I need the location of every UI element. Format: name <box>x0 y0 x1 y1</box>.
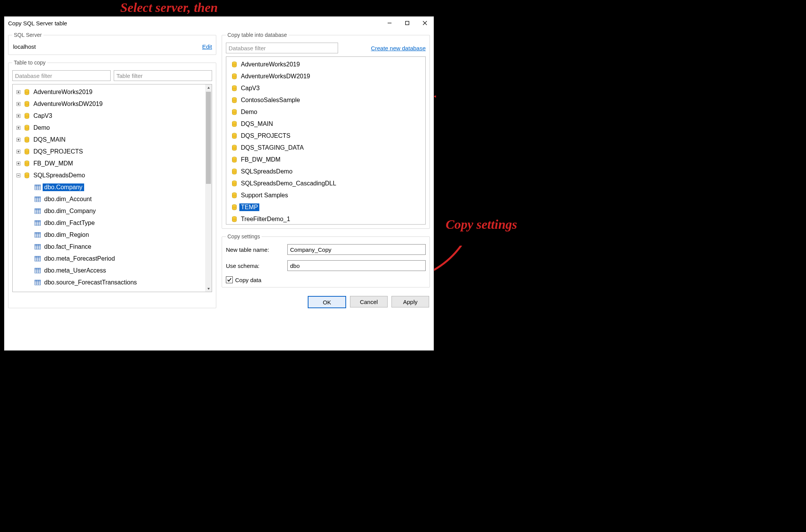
minimize-button[interactable] <box>381 17 398 29</box>
table-icon <box>34 279 41 286</box>
dest-db-node[interactable]: TreeFilterDemo_1 <box>227 213 425 225</box>
database-icon <box>231 180 238 187</box>
dest-db-node[interactable]: AdventureWorks2019 <box>227 58 425 70</box>
scroll-up-button[interactable] <box>205 84 212 91</box>
close-button[interactable] <box>416 17 434 29</box>
source-db-node[interactable]: AdventureWorksDW2019 <box>13 98 204 110</box>
apply-button[interactable]: Apply <box>391 296 429 307</box>
dest-db-node[interactable]: DQS_PROJECTS <box>227 130 425 142</box>
source-tree: AdventureWorks2019AdventureWorksDW2019Ca… <box>12 84 212 292</box>
expand-icon[interactable] <box>16 113 21 119</box>
title-bar[interactable]: Copy SQL Server table <box>4 17 434 30</box>
svg-rect-5 <box>406 21 409 25</box>
table-label: dbo.Company <box>43 183 84 191</box>
dest-db-node[interactable]: TEMP <box>227 201 425 213</box>
source-db-node[interactable]: CapV3 <box>13 110 204 122</box>
db-label: DQS_STAGING_DATA <box>239 144 305 152</box>
copy-into-group: Copy table into database Create new data… <box>222 32 430 229</box>
dest-db-node[interactable]: Demo <box>227 106 425 118</box>
database-icon <box>231 204 238 211</box>
source-table-node[interactable]: dbo.dim_Account <box>13 193 204 205</box>
db-label: SQLSpreadsDemo_CascadingDLL <box>239 180 338 187</box>
source-db-node[interactable]: FB_DW_MDM <box>13 157 204 169</box>
dest-db-node[interactable]: SQLSpreadsDemo_CascadingDLL <box>227 177 425 189</box>
source-table-node[interactable]: dbo.source_ForecastTransactions <box>13 276 204 288</box>
database-icon <box>23 124 30 131</box>
source-db-node[interactable]: DQS_MAIN <box>13 134 204 145</box>
dest-db-node[interactable]: AdventureWorksDW2019 <box>227 70 425 82</box>
source-db-node[interactable]: DQS_PROJECTS <box>13 145 204 157</box>
table-icon <box>34 208 41 215</box>
dest-db-node[interactable]: Support Samples <box>227 189 425 201</box>
source-db-node[interactable]: SQLSpreadsDemo <box>13 169 204 181</box>
create-database-link[interactable]: Create new database <box>371 45 426 51</box>
table-icon <box>34 243 41 250</box>
dest-db-node[interactable]: DQS_MAIN <box>227 118 425 130</box>
scrollbar[interactable] <box>205 84 212 292</box>
expand-icon[interactable] <box>16 149 21 154</box>
dest-db-node[interactable]: DQS_STAGING_DATA <box>227 142 425 154</box>
source-table-node[interactable]: dbo.Company <box>13 181 204 193</box>
ok-button[interactable]: OK <box>308 296 346 308</box>
db-label: DQS_PROJECTS <box>239 132 292 140</box>
expand-icon[interactable] <box>16 89 21 95</box>
copy-data-checkbox[interactable]: Copy data <box>226 276 426 283</box>
db-label: Support Samples <box>239 192 290 199</box>
source-table-node[interactable]: dbo.dim_Company <box>13 205 204 217</box>
source-table-node[interactable]: dbo.dim_Region <box>13 229 204 241</box>
source-table-node[interactable]: dbo.meta_ForecastPeriod <box>13 253 204 264</box>
database-icon <box>23 112 30 119</box>
expand-icon[interactable] <box>16 161 21 166</box>
scroll-down-button[interactable] <box>205 285 212 292</box>
table-label: dbo.dim_Company <box>43 207 97 215</box>
use-schema-input[interactable] <box>287 260 426 271</box>
table-icon <box>34 220 41 226</box>
expand-icon[interactable] <box>16 101 21 107</box>
copy-into-legend: Copy table into database <box>226 32 289 38</box>
database-icon <box>231 85 238 92</box>
db-label: Demo <box>239 108 259 116</box>
source-table-node[interactable]: dbo.dim_FactType <box>13 217 204 229</box>
annotation-settings: Copy settings <box>446 217 522 232</box>
source-database-filter-input[interactable] <box>12 70 111 81</box>
database-icon <box>231 144 238 151</box>
source-db-node[interactable]: AdventureWorks2019 <box>13 86 204 98</box>
source-table-node[interactable]: dbo.source_Reseller <box>13 288 204 292</box>
database-icon <box>231 73 238 80</box>
dest-tree: AdventureWorks2019AdventureWorksDW2019Ca… <box>226 56 426 225</box>
scroll-thumb[interactable] <box>206 92 211 184</box>
maximize-button[interactable] <box>398 17 416 29</box>
db-label: DQS_MAIN <box>32 136 67 144</box>
db-label: TreeFilterDemo_1 <box>239 215 292 223</box>
table-label: dbo.dim_FactType <box>43 219 96 227</box>
db-label: CapV3 <box>32 112 54 120</box>
db-label: DQS_MAIN <box>239 120 275 128</box>
database-icon <box>231 61 238 68</box>
table-label: dbo.dim_Region <box>43 231 91 239</box>
source-db-node[interactable]: Demo <box>13 122 204 134</box>
sql-server-legend: SQL Server <box>12 32 43 38</box>
expand-icon[interactable] <box>16 125 21 131</box>
table-icon <box>34 255 41 262</box>
dest-db-node[interactable]: SQLSpreadsDemo <box>227 165 425 177</box>
database-icon <box>231 156 238 163</box>
dest-db-node[interactable]: CapV3 <box>227 82 425 94</box>
edit-server-link[interactable]: Edit <box>202 43 212 50</box>
table-label: dbo.meta_ForecastPeriod <box>43 255 116 263</box>
database-icon <box>23 101 30 107</box>
table-label: dbo.source_Reseller <box>43 291 102 292</box>
dest-db-node[interactable]: ContosoSalesSample <box>227 94 425 106</box>
cancel-button[interactable]: Cancel <box>350 296 388 307</box>
collapse-icon[interactable] <box>16 173 21 178</box>
window-title: Copy SQL Server table <box>8 20 67 26</box>
dest-db-node[interactable]: FB_DW_MDM <box>227 154 425 165</box>
dest-database-filter-input[interactable] <box>226 43 338 53</box>
table-to-copy-legend: Table to copy <box>12 59 47 66</box>
database-icon <box>23 136 30 143</box>
db-label: Demo <box>32 124 51 132</box>
source-table-node[interactable]: dbo.fact_Finance <box>13 241 204 253</box>
expand-icon[interactable] <box>16 137 21 142</box>
source-table-filter-input[interactable] <box>114 70 212 81</box>
source-table-node[interactable]: dbo.meta_UserAccess <box>13 264 204 276</box>
new-table-name-input[interactable] <box>287 244 426 255</box>
